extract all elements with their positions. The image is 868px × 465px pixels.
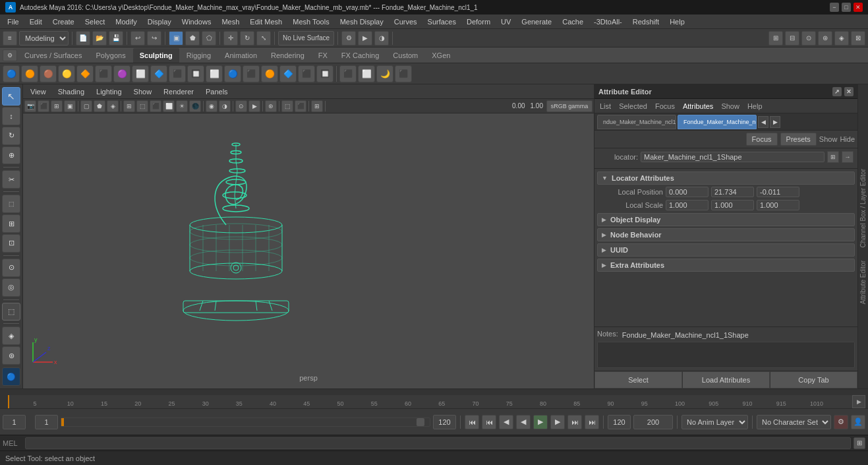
minimize-button[interactable]: − (830, 3, 839, 12)
menu-surfaces[interactable]: Surfaces (423, 16, 461, 27)
ae-locator-input[interactable] (641, 152, 825, 162)
ae-presets-btn[interactable]: Presets (780, 133, 817, 146)
ae-local-scale-y[interactable] (711, 200, 754, 210)
menu-generate[interactable]: Generate (517, 16, 556, 27)
left-tool-2[interactable]: ↕ (2, 107, 20, 125)
vp-size-btn[interactable]: ⬚ (281, 100, 293, 112)
vp-gamma-display[interactable]: sRGB gamma (546, 100, 593, 112)
vp-grid-btn[interactable]: ⊞ (123, 100, 135, 112)
ac-current-frame[interactable] (3, 415, 26, 429)
grid-btn[interactable]: ⊞ (768, 31, 783, 46)
ae-close-btn[interactable]: ✕ (844, 87, 854, 96)
workspace-selector[interactable]: Modeling (19, 31, 69, 46)
snap-to-curve-btn[interactable]: ⊙ (801, 31, 816, 46)
shelf-icon-8[interactable]: ⬜ (132, 65, 149, 82)
ae-tab-attributes[interactable]: Attributes (680, 101, 716, 111)
redo-btn[interactable]: ↪ (147, 31, 161, 46)
left-tool-10[interactable]: ◎ (2, 278, 20, 297)
menu-mesh[interactable]: Mesh (217, 16, 244, 27)
tab-polygons[interactable]: Polygons (89, 48, 132, 63)
paint-select-btn[interactable]: ⬠ (202, 31, 216, 46)
left-tool-4[interactable]: ⊕ (2, 146, 20, 165)
ae-locator-btn-2[interactable]: → (842, 151, 854, 163)
sidebar-toggle[interactable]: ≡ (3, 31, 17, 46)
ac-char-set-select[interactable]: No Character Set (757, 415, 831, 429)
ae-node-tab-1[interactable]: ndue_Maker_Machine_ncl1_1 (597, 115, 676, 129)
render-btn[interactable]: ▶ (358, 31, 372, 46)
left-bottom-icon[interactable]: 🔵 (2, 367, 20, 386)
vp-hilight-btn[interactable]: ◈ (107, 100, 119, 112)
shelf-icon-5[interactable]: 🔶 (76, 65, 94, 82)
new-scene-btn[interactable]: 📄 (76, 31, 90, 46)
menu-windows[interactable]: Windows (177, 16, 216, 27)
snap-to-surface-btn[interactable]: ◈ (834, 31, 849, 46)
maximize-button[interactable]: □ (842, 3, 851, 12)
ac-play-fwd[interactable]: ▶ (533, 415, 548, 429)
ipr-btn[interactable]: ◑ (374, 31, 389, 46)
ac-frame-start2[interactable] (608, 415, 631, 429)
vp-hud-btn[interactable]: ⊙ (235, 100, 247, 112)
tab-rigging[interactable]: Rigging (180, 48, 217, 63)
close-button[interactable]: ✕ (854, 3, 863, 12)
ae-hide-label[interactable]: Hide (840, 135, 855, 143)
shelf-icon-2[interactable]: 🟠 (21, 65, 38, 82)
shelf-icon-6[interactable]: ⬛ (95, 65, 112, 82)
left-tool-6[interactable]: ⬚ (2, 195, 20, 213)
viewport-menu-shading[interactable]: Shading (53, 86, 89, 97)
left-tool-5[interactable]: ✂ (2, 170, 20, 189)
menu-deform[interactable]: Deform (462, 16, 495, 27)
tab-fx-caching[interactable]: FX Caching (335, 48, 386, 63)
ae-section-node-behavior[interactable]: ▶ Node Behavior (597, 228, 855, 241)
ae-tab-show[interactable]: Show (718, 101, 742, 111)
viewport-menu-view[interactable]: View (26, 86, 51, 97)
tab-fx[interactable]: FX (312, 48, 334, 63)
ae-node-tab-2[interactable]: Fondue_Maker_Machine_ncl1_1Shape (678, 115, 757, 129)
ae-notes-box[interactable] (597, 342, 855, 368)
vp-manip-btn[interactable]: ⊛ (265, 100, 277, 112)
left-select-tool[interactable]: ↖ (2, 87, 20, 106)
left-tool-11[interactable]: ◈ (2, 326, 20, 345)
menu-curves[interactable]: Curves (390, 16, 422, 27)
menu-mesh-tools[interactable]: Mesh Tools (288, 16, 333, 27)
ac-step-back[interactable]: ◀ (516, 415, 531, 429)
viewport-menu-panels[interactable]: Panels (201, 86, 233, 97)
viewport-menu-renderer[interactable]: Renderer (159, 86, 198, 97)
vp-texture-btn[interactable]: ⬜ (163, 100, 175, 112)
mel-history-btn[interactable]: ⊞ (854, 437, 865, 449)
ae-section-uuid[interactable]: ▶ UUID (597, 243, 855, 257)
ae-local-pos-x[interactable] (666, 187, 709, 197)
ac-step-back-frame[interactable]: ◀ (499, 415, 513, 429)
ae-locator-btn-1[interactable]: ⊞ (827, 151, 839, 163)
ae-local-scale-z[interactable] (757, 200, 799, 210)
ae-copy-tab-btn[interactable]: Copy Tab (770, 371, 857, 388)
left-snap-surface[interactable]: ⬚ (2, 303, 20, 321)
ae-section-extra-attrs[interactable]: ▶ Extra Attributes (597, 259, 855, 272)
shelf-icon-4[interactable]: 🟡 (58, 65, 75, 82)
shelf-icon-13[interactable]: 🔵 (224, 65, 241, 82)
live-surface-btn[interactable]: No Live Surface (278, 31, 334, 46)
tab-custom[interactable]: Custom (386, 48, 424, 63)
ae-local-scale-x[interactable] (666, 200, 709, 210)
vp-res-gate-btn[interactable]: ⬛ (295, 100, 306, 112)
menu-uv[interactable]: UV (496, 16, 515, 27)
viewport-menu-show[interactable]: Show (129, 86, 157, 97)
ac-char-btn[interactable]: 👤 (851, 415, 865, 429)
tab-animation[interactable]: Animation (218, 48, 264, 63)
vp-iso-btn[interactable]: ◉ (206, 100, 217, 112)
shelf-icon-16[interactable]: 🔷 (279, 65, 297, 82)
ac-end-frame[interactable] (433, 415, 456, 429)
scale-tool-btn[interactable]: ⤡ (256, 31, 271, 46)
shelf-icon-18[interactable]: 🔲 (316, 65, 333, 82)
rotate-tool-btn[interactable]: ↻ (240, 31, 254, 46)
shelf-icon-22[interactable]: ⬛ (395, 65, 412, 82)
tab-curves-surfaces[interactable]: Curves / Surfaces (18, 48, 88, 63)
save-scene-btn[interactable]: 💾 (109, 31, 123, 46)
left-tool-3[interactable]: ↻ (2, 127, 20, 145)
menu-3dto-all[interactable]: -3DtoAll- (589, 16, 627, 27)
ac-anim-layer-select[interactable]: No Anim Layer (681, 415, 748, 429)
ac-step-back-start[interactable]: ⏮ (465, 415, 479, 429)
open-scene-btn[interactable]: 📂 (92, 31, 107, 46)
shelf-icon-9[interactable]: 🔷 (150, 65, 167, 82)
tab-sculpting[interactable]: Sculpting (133, 48, 179, 63)
menu-edit-mesh[interactable]: Edit Mesh (245, 16, 287, 27)
